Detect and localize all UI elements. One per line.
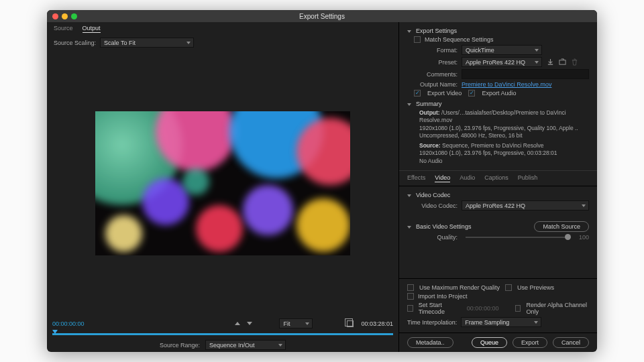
match-source-button[interactable]: Match Source — [534, 221, 589, 232]
preset-label: Preset: — [414, 59, 458, 66]
preview-area — [47, 50, 398, 316]
output-name-label: Output Name: — [414, 81, 458, 88]
match-sequence-checkbox[interactable] — [414, 36, 421, 43]
comments-label: Comments: — [414, 71, 458, 78]
metadata-button[interactable]: Metadata.. — [407, 337, 453, 348]
chevron-down-icon[interactable] — [407, 223, 413, 230]
step-forward-icon[interactable] — [247, 322, 252, 325]
export-video-label: Export Video — [427, 90, 462, 97]
source-scaling-select[interactable]: Scale To Fit — [100, 38, 194, 48]
tab-audio[interactable]: Audio — [460, 174, 475, 182]
quality-label: Quality: — [414, 234, 458, 241]
window-title: Export Settings — [299, 13, 345, 20]
source-range-label: Source Range: — [160, 342, 200, 349]
export-settings-header: Export Settings — [416, 27, 457, 34]
set-start-tc-label: Set Start Timecode — [419, 302, 462, 315]
tab-publish[interactable]: Publish — [518, 174, 538, 182]
source-scaling-label: Source Scaling: — [54, 40, 96, 46]
window-controls — [52, 13, 77, 19]
comments-input[interactable] — [462, 69, 589, 79]
step-back-icon[interactable] — [235, 322, 240, 325]
chevron-down-icon[interactable] — [407, 101, 413, 107]
export-button[interactable]: Export — [513, 337, 547, 348]
import-preset-icon[interactable] — [558, 58, 566, 66]
summary-source: Source: Sequence, Premiere to DaVinci Re… — [407, 142, 589, 165]
use-previews-checkbox[interactable] — [505, 284, 512, 291]
video-codec-label: Video Codec: — [414, 202, 458, 209]
use-max-render-label: Use Maximum Render Quality — [419, 284, 500, 291]
preview-image — [95, 111, 350, 255]
export-audio-checkbox[interactable] — [468, 90, 475, 97]
use-max-render-checkbox[interactable] — [407, 284, 414, 291]
zoom-icon[interactable] — [71, 13, 77, 19]
quality-slider[interactable] — [466, 237, 571, 238]
quality-value: 100 — [579, 234, 589, 241]
set-start-tc-checkbox[interactable] — [407, 305, 413, 312]
chevron-down-icon[interactable] — [407, 192, 413, 198]
tab-captions[interactable]: Captions — [484, 174, 508, 182]
titlebar: Export Settings — [47, 10, 597, 22]
close-icon[interactable] — [52, 13, 58, 19]
timecode-start[interactable]: 00:00:00:00 — [52, 320, 85, 327]
playhead-icon[interactable] — [52, 330, 58, 334]
format-select[interactable]: QuickTime — [462, 45, 542, 55]
basic-video-header: Basic Video Settings — [416, 223, 471, 230]
queue-button[interactable]: Queue — [472, 337, 507, 348]
video-codec-header: Video Codec — [416, 192, 450, 198]
start-tc-value: 00:00:00:00 — [467, 305, 499, 312]
save-preset-icon[interactable] — [546, 58, 554, 66]
import-project-label: Import Into Project — [418, 293, 468, 300]
render-alpha-label: Render Alpha Channel Only — [526, 302, 589, 315]
timeline[interactable] — [47, 330, 398, 338]
tab-effects[interactable]: Effects — [407, 174, 425, 182]
delete-preset-icon[interactable] — [570, 58, 578, 66]
import-project-checkbox[interactable] — [407, 293, 414, 300]
match-sequence-label: Match Sequence Settings — [425, 36, 494, 43]
export-settings-window: Export Settings Source Output Source Sca… — [47, 10, 597, 352]
summary-output: Output: /Users/…tasialafser/Desktop/Prem… — [407, 109, 589, 140]
output-name-link[interactable]: Premiere to DaVinci Resolve.mov — [462, 81, 551, 88]
left-panel: Source Output Source Scaling: Scale To F… — [47, 22, 399, 352]
render-alpha-checkbox[interactable] — [515, 305, 521, 312]
cancel-button[interactable]: Cancel — [553, 337, 589, 348]
aspect-crop-icon[interactable] — [346, 320, 354, 328]
export-audio-label: Export Audio — [482, 90, 516, 97]
tab-output[interactable]: Output — [83, 25, 101, 33]
time-interp-label: Time Interpolation: — [407, 319, 457, 326]
chevron-down-icon[interactable] — [407, 27, 413, 34]
preset-select[interactable]: Apple ProRes 422 HQ — [462, 57, 542, 67]
timecode-end: 00:03:28:01 — [361, 320, 393, 327]
export-video-checkbox[interactable] — [414, 90, 421, 97]
summary-header: Summary — [416, 101, 442, 107]
use-previews-label: Use Previews — [517, 284, 554, 291]
tab-source[interactable]: Source — [54, 25, 73, 33]
source-range-select[interactable]: Sequence In/Out — [205, 340, 286, 350]
zoom-fit-select[interactable]: Fit — [279, 318, 313, 328]
video-codec-select[interactable]: Apple ProRes 422 HQ — [462, 200, 589, 210]
right-panel: Export Settings Match Sequence Settings … — [399, 22, 597, 352]
format-label: Format: — [414, 47, 458, 54]
tab-video[interactable]: Video — [435, 174, 450, 182]
svg-rect-0 — [559, 60, 565, 64]
time-interp-select[interactable]: Frame Sampling — [461, 317, 541, 327]
minimize-icon[interactable] — [62, 13, 68, 19]
